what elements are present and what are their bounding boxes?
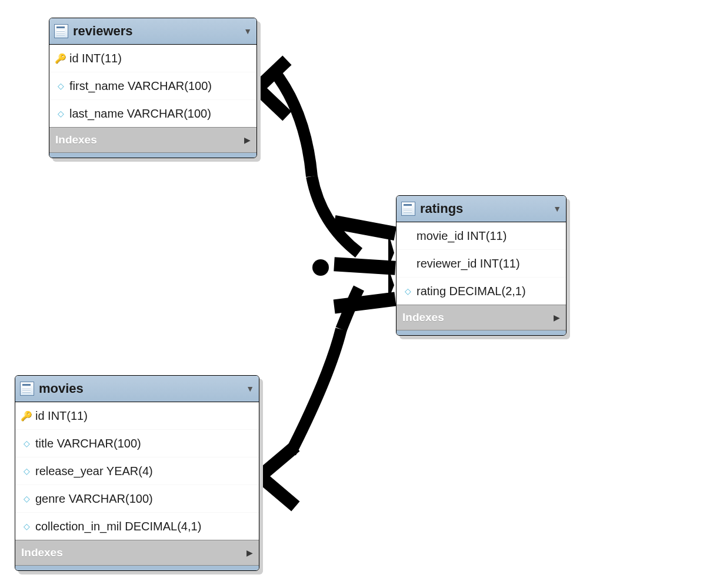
collapse-icon[interactable]: ▼ (246, 384, 254, 393)
column-row[interactable]: reviewer_id INT(11) (397, 249, 566, 277)
column-list: movie_id INT(11) reviewer_id INT(11) ◇ r… (397, 222, 566, 305)
column-text: reviewer_id INT(11) (417, 257, 520, 270)
indexes-section[interactable]: Indexes ▶ (15, 540, 259, 565)
table-title: ratings (420, 201, 553, 216)
column-text: first_name VARCHAR(100) (69, 79, 212, 93)
collapse-icon[interactable]: ▼ (553, 204, 561, 213)
table-header[interactable]: ratings ▼ (397, 196, 566, 222)
column-text: genre VARCHAR(100) (35, 492, 153, 506)
column-diamond-icon: ◇ (402, 286, 413, 296)
column-text: rating DECIMAL(2,1) (417, 285, 526, 298)
indexes-label: Indexes (55, 133, 97, 146)
svg-point-0 (312, 259, 329, 276)
table-icon (20, 382, 34, 396)
expand-icon[interactable]: ▶ (554, 313, 560, 322)
column-diamond-icon: ◇ (21, 522, 32, 531)
column-text: movie_id INT(11) (417, 229, 507, 243)
column-diamond-icon: ◇ (21, 439, 32, 448)
table-ratings[interactable]: ratings ▼ movie_id INT(11) reviewer_id I… (396, 195, 567, 336)
column-text: release_year YEAR(4) (35, 465, 153, 478)
table-footer-cap (397, 330, 566, 335)
column-text: collection_in_mil DECIMAL(4,1) (35, 520, 201, 533)
column-diamond-icon: ◇ (21, 494, 32, 503)
column-row[interactable]: ◇ collection_in_mil DECIMAL(4,1) (15, 512, 259, 540)
column-list: 🔑 id INT(11) ◇ title VARCHAR(100) ◇ rele… (15, 402, 259, 540)
column-diamond-icon: ◇ (21, 466, 32, 476)
column-text: title VARCHAR(100) (35, 437, 141, 450)
expand-icon[interactable]: ▶ (244, 135, 251, 145)
diagram-canvas: { "tables": { "reviewers": { "title": "r… (0, 0, 713, 588)
column-row[interactable]: ◇ first_name VARCHAR(100) (49, 72, 256, 99)
indexes-label: Indexes (21, 546, 63, 559)
column-row[interactable]: ◇ title VARCHAR(100) (15, 429, 259, 457)
column-row[interactable]: movie_id INT(11) (397, 222, 566, 249)
column-row[interactable]: ◇ release_year YEAR(4) (15, 457, 259, 485)
column-row[interactable]: 🔑 id INT(11) (49, 45, 256, 72)
table-footer-cap (15, 565, 259, 570)
table-movies[interactable]: movies ▼ 🔑 id INT(11) ◇ title VARCHAR(10… (15, 375, 259, 571)
column-text: id INT(11) (35, 409, 88, 423)
expand-icon[interactable]: ▶ (246, 548, 253, 557)
primary-key-icon: 🔑 (21, 410, 32, 422)
column-row[interactable]: ◇ genre VARCHAR(100) (15, 485, 259, 512)
primary-key-icon: 🔑 (55, 53, 66, 64)
table-header[interactable]: reviewers ▼ (49, 18, 256, 45)
collapse-icon[interactable]: ▼ (244, 26, 252, 36)
table-reviewers[interactable]: reviewers ▼ 🔑 id INT(11) ◇ first_name VA… (49, 18, 257, 158)
column-row[interactable]: ◇ last_name VARCHAR(100) (49, 99, 256, 127)
table-icon (401, 202, 415, 216)
column-list: 🔑 id INT(11) ◇ first_name VARCHAR(100) ◇… (49, 45, 256, 127)
table-title: movies (39, 381, 246, 396)
column-diamond-icon: ◇ (55, 109, 66, 118)
column-text: last_name VARCHAR(100) (69, 107, 211, 121)
table-header[interactable]: movies ▼ (15, 376, 259, 402)
indexes-label: Indexes (402, 311, 444, 324)
table-footer-cap (49, 152, 256, 158)
connector-movies-origin (260, 288, 359, 502)
indexes-section[interactable]: Indexes ▶ (397, 305, 566, 330)
column-row[interactable]: 🔑 id INT(11) (15, 402, 259, 429)
column-row[interactable]: ◇ rating DECIMAL(2,1) (397, 277, 566, 305)
table-title: reviewers (73, 24, 244, 39)
indexes-section[interactable]: Indexes ▶ (49, 127, 256, 152)
table-icon (54, 24, 68, 38)
column-diamond-icon: ◇ (55, 81, 66, 91)
column-text: id INT(11) (69, 52, 122, 65)
